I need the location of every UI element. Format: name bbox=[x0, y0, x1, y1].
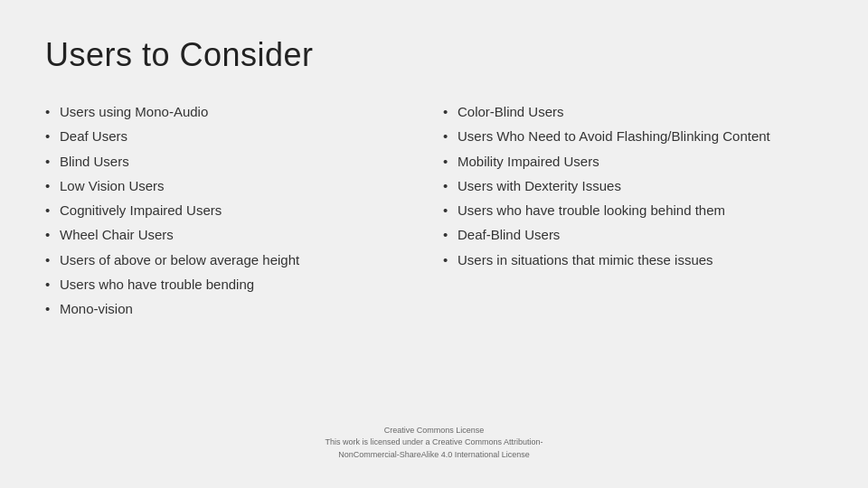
list-item: Cognitively Impaired Users bbox=[45, 200, 425, 221]
right-column: Color-Blind UsersUsers Who Need to Avoid… bbox=[443, 101, 823, 416]
list-item: Mobility Impaired Users bbox=[443, 151, 823, 172]
list-item: Blind Users bbox=[45, 151, 425, 172]
list-item: Deaf-Blind Users bbox=[443, 224, 823, 245]
list-item: Users of above or below average height bbox=[45, 249, 425, 270]
list-item: Users using Mono-Audio bbox=[45, 101, 425, 122]
list-item: Users in situations that mimic these iss… bbox=[443, 249, 823, 270]
list-item: Deaf Users bbox=[45, 126, 425, 146]
left-bullet-list: Users using Mono-AudioDeaf UsersBlind Us… bbox=[45, 101, 425, 323]
list-item: Mono-vision bbox=[45, 298, 425, 319]
right-bullet-list: Color-Blind UsersUsers Who Need to Avoid… bbox=[443, 101, 823, 274]
page-title: Users to Consider bbox=[45, 36, 823, 74]
footer-line3: NonCommercial-ShareAlike 4.0 Internation… bbox=[45, 449, 823, 462]
list-item: Users with Dexterity Issues bbox=[443, 175, 823, 196]
list-item: Wheel Chair Users bbox=[45, 224, 425, 245]
columns-container: Users using Mono-AudioDeaf UsersBlind Us… bbox=[45, 101, 823, 416]
list-item: Users Who Need to Avoid Flashing/Blinkin… bbox=[443, 126, 823, 146]
footer: Creative Commons License This work is li… bbox=[45, 425, 823, 462]
footer-line2: This work is licensed under a Creative C… bbox=[45, 436, 823, 449]
list-item: Color-Blind Users bbox=[443, 101, 823, 122]
list-item: Users who have trouble bending bbox=[45, 274, 425, 295]
left-column: Users using Mono-AudioDeaf UsersBlind Us… bbox=[45, 101, 425, 416]
footer-line1: Creative Commons License bbox=[45, 425, 823, 437]
slide: Users to Consider Users using Mono-Audio… bbox=[0, 0, 868, 488]
list-item: Users who have trouble looking behind th… bbox=[443, 200, 823, 221]
list-item: Low Vision Users bbox=[45, 175, 425, 196]
